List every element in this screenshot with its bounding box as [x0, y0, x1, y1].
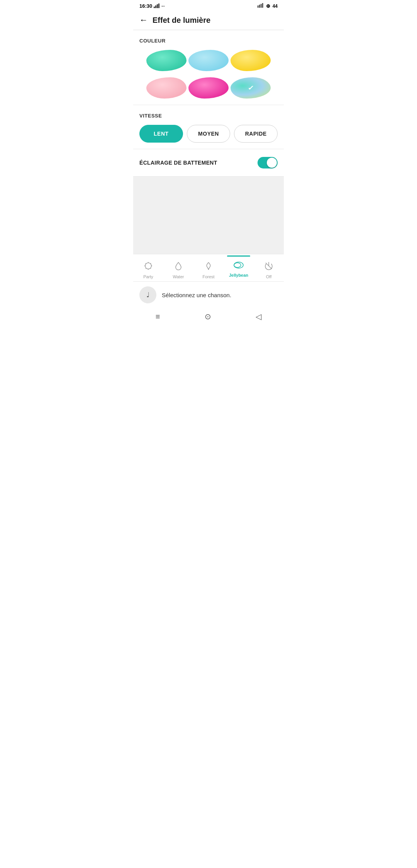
party-icon — [144, 261, 153, 273]
svg-rect-4 — [258, 5, 259, 8]
svg-line-13 — [146, 263, 146, 264]
svg-rect-1 — [155, 5, 156, 8]
water-icon — [174, 261, 183, 273]
svg-rect-0 — [154, 7, 155, 8]
extra-dots: ·· — [161, 3, 165, 9]
music-bar[interactable]: ♩ Sélectionnez une chanson. — [133, 281, 284, 308]
beat-lighting-row: ÉCLAIRAGE DE BATTEMENT — [133, 149, 284, 177]
party-label: Party — [143, 274, 153, 279]
header: ← Effet de lumière — [133, 10, 284, 30]
forest-icon — [204, 261, 213, 273]
music-select-text: Sélectionnez une chanson. — [162, 292, 231, 298]
home-button[interactable]: ⊙ — [205, 312, 211, 321]
speed-section-label: VITESSE — [139, 113, 278, 119]
svg-line-16 — [146, 268, 146, 269]
status-bar: 16:30 ·· ⊕ 44 — [133, 0, 284, 10]
nav-tab-party[interactable]: Party — [133, 261, 163, 279]
forest-label: Forest — [202, 274, 214, 279]
svg-rect-5 — [259, 5, 260, 8]
bottom-nav: Party Water Forest — [133, 254, 284, 281]
jellybean-icon — [233, 261, 244, 271]
color-option-multi[interactable]: ✓ — [231, 77, 270, 99]
off-label: Off — [266, 274, 271, 279]
battery-label: 44 — [273, 3, 278, 9]
nav-tab-off[interactable]: Off — [254, 261, 284, 279]
speed-fast-button[interactable]: RAPIDE — [234, 125, 278, 143]
color-option-yellow[interactable] — [231, 50, 270, 71]
nav-tab-water[interactable]: Water — [163, 261, 193, 279]
water-label: Water — [173, 274, 184, 279]
svg-rect-3 — [158, 3, 159, 8]
beat-lighting-toggle[interactable] — [258, 157, 278, 168]
wifi-icon: ⊕ — [266, 3, 270, 9]
back-nav-button[interactable]: ◁ — [256, 312, 261, 321]
color-blob-yellow — [231, 50, 271, 71]
system-nav-bar: ≡ ⊙ ◁ — [133, 308, 284, 327]
color-option-green[interactable] — [147, 50, 186, 71]
status-time: 16:30 — [139, 3, 152, 9]
svg-rect-2 — [157, 4, 158, 8]
menu-button[interactable]: ≡ — [156, 312, 160, 321]
toggle-knob — [267, 158, 277, 168]
music-icon-wrap: ♩ — [139, 286, 156, 303]
svg-point-8 — [145, 263, 151, 269]
back-button[interactable]: ← — [139, 15, 148, 25]
speed-slow-button[interactable]: LENT — [139, 125, 183, 143]
color-option-pink-dark[interactable] — [189, 77, 228, 99]
color-blob-multi: ✓ — [231, 77, 271, 99]
beat-lighting-label: ÉCLAIRAGE DE BATTEMENT — [139, 160, 217, 166]
music-note-icon: ♩ — [146, 291, 149, 299]
nav-tab-forest[interactable]: Forest — [193, 261, 224, 279]
svg-rect-7 — [262, 3, 263, 8]
signal-bars-icon — [258, 3, 264, 9]
color-option-blue[interactable] — [189, 50, 228, 71]
svg-line-15 — [151, 263, 151, 264]
nav-tabs: Party Water Forest — [133, 257, 284, 281]
svg-rect-6 — [261, 4, 262, 8]
svg-line-14 — [151, 268, 151, 269]
off-icon — [264, 261, 273, 273]
active-tab-line — [227, 255, 250, 257]
speed-buttons: LENT MOYEN RAPIDE — [139, 125, 278, 143]
color-blob-green — [146, 50, 186, 71]
color-blob-pink-dark — [188, 77, 229, 99]
gray-area — [133, 177, 284, 254]
selected-checkmark: ✓ — [247, 84, 254, 92]
jellybean-label: Jellybean — [229, 273, 248, 277]
page-title: Effet de lumière — [153, 16, 210, 25]
color-section-label: COULEUR — [139, 38, 278, 44]
color-option-pink-light[interactable] — [147, 77, 186, 99]
speed-medium-button[interactable]: MOYEN — [187, 125, 231, 143]
signal-icon — [154, 3, 160, 9]
svg-point-18 — [234, 263, 241, 267]
speed-section: VITESSE LENT MOYEN RAPIDE — [133, 105, 284, 149]
nav-tab-jellybean[interactable]: Jellybean — [224, 261, 254, 279]
color-blob-blue — [188, 50, 229, 71]
color-grid: ✓ — [139, 50, 278, 99]
color-blob-pink-light — [146, 77, 186, 99]
color-section: COULEUR ✓ — [133, 30, 284, 105]
